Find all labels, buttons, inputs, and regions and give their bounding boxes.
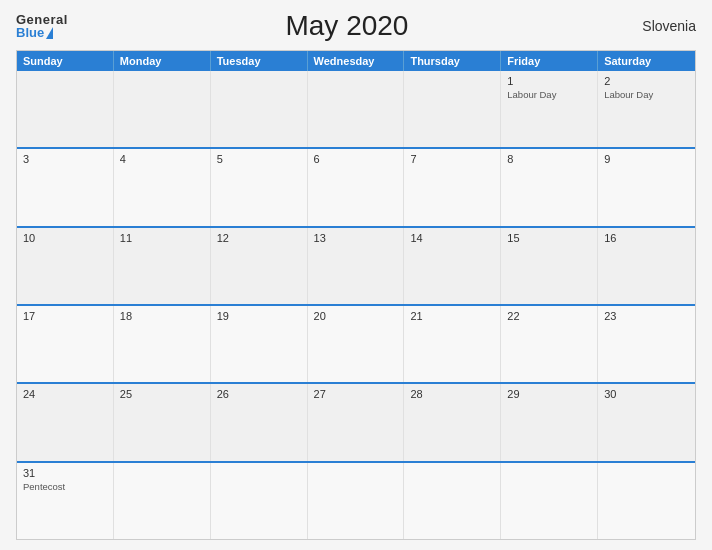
day-number: 29 [507,388,591,400]
day-cell-7: 7 [404,149,501,225]
day-cell-27: 27 [308,384,405,460]
day-cell-13: 13 [308,228,405,304]
header-day-wednesday: Wednesday [308,51,405,71]
day-number: 8 [507,153,591,165]
day-cell-2: 2Labour Day [598,71,695,147]
header-day-sunday: Sunday [17,51,114,71]
month-title: May 2020 [68,10,626,42]
day-cell-3: 3 [17,149,114,225]
header-day-monday: Monday [114,51,211,71]
day-cell-23: 23 [598,306,695,382]
day-cell-21: 21 [404,306,501,382]
calendar-header: SundayMondayTuesdayWednesdayThursdayFrid… [17,51,695,71]
day-number: 19 [217,310,301,322]
empty-cell [404,463,501,539]
day-cell-29: 29 [501,384,598,460]
calendar-week-6: 31Pentecost [17,461,695,539]
holiday-label: Pentecost [23,481,107,492]
empty-cell [404,71,501,147]
day-number: 3 [23,153,107,165]
day-number: 26 [217,388,301,400]
calendar-week-4: 17181920212223 [17,304,695,382]
header: General Blue May 2020 Slovenia [16,10,696,42]
calendar-page: General Blue May 2020 Slovenia SundayMon… [0,0,712,550]
day-number: 7 [410,153,494,165]
day-cell-10: 10 [17,228,114,304]
day-number: 17 [23,310,107,322]
day-number: 1 [507,75,591,87]
day-number: 4 [120,153,204,165]
day-number: 25 [120,388,204,400]
day-cell-5: 5 [211,149,308,225]
day-number: 30 [604,388,689,400]
empty-cell [114,463,211,539]
logo-triangle-icon [46,27,53,39]
holiday-label: Labour Day [507,89,591,100]
calendar-week-1: 1Labour Day2Labour Day [17,71,695,147]
day-cell-1: 1Labour Day [501,71,598,147]
day-cell-28: 28 [404,384,501,460]
day-number: 18 [120,310,204,322]
day-number: 13 [314,232,398,244]
day-cell-26: 26 [211,384,308,460]
day-number: 16 [604,232,689,244]
holiday-label: Labour Day [604,89,689,100]
day-number: 28 [410,388,494,400]
empty-cell [308,71,405,147]
day-cell-30: 30 [598,384,695,460]
calendar-week-5: 24252627282930 [17,382,695,460]
calendar-week-2: 3456789 [17,147,695,225]
empty-cell [501,463,598,539]
day-number: 12 [217,232,301,244]
day-number: 23 [604,310,689,322]
day-cell-14: 14 [404,228,501,304]
day-number: 20 [314,310,398,322]
day-cell-9: 9 [598,149,695,225]
day-cell-15: 15 [501,228,598,304]
header-day-saturday: Saturday [598,51,695,71]
calendar: SundayMondayTuesdayWednesdayThursdayFrid… [16,50,696,540]
day-number: 27 [314,388,398,400]
day-number: 31 [23,467,107,479]
day-number: 9 [604,153,689,165]
calendar-week-3: 10111213141516 [17,226,695,304]
day-number: 2 [604,75,689,87]
header-day-tuesday: Tuesday [211,51,308,71]
day-cell-4: 4 [114,149,211,225]
empty-cell [211,71,308,147]
country-label: Slovenia [626,18,696,34]
day-number: 10 [23,232,107,244]
day-cell-8: 8 [501,149,598,225]
day-cell-12: 12 [211,228,308,304]
logo: General Blue [16,13,68,39]
empty-cell [211,463,308,539]
day-cell-24: 24 [17,384,114,460]
day-number: 15 [507,232,591,244]
day-cell-16: 16 [598,228,695,304]
day-number: 6 [314,153,398,165]
day-number: 14 [410,232,494,244]
day-cell-17: 17 [17,306,114,382]
day-cell-19: 19 [211,306,308,382]
day-cell-6: 6 [308,149,405,225]
day-number: 24 [23,388,107,400]
day-number: 21 [410,310,494,322]
header-day-friday: Friday [501,51,598,71]
day-cell-25: 25 [114,384,211,460]
day-cell-22: 22 [501,306,598,382]
day-cell-18: 18 [114,306,211,382]
calendar-body: 1Labour Day2Labour Day345678910111213141… [17,71,695,539]
logo-blue-text: Blue [16,26,44,39]
header-day-thursday: Thursday [404,51,501,71]
day-number: 11 [120,232,204,244]
day-cell-31: 31Pentecost [17,463,114,539]
empty-cell [598,463,695,539]
day-number: 5 [217,153,301,165]
day-cell-11: 11 [114,228,211,304]
empty-cell [17,71,114,147]
empty-cell [308,463,405,539]
day-number: 22 [507,310,591,322]
empty-cell [114,71,211,147]
day-cell-20: 20 [308,306,405,382]
